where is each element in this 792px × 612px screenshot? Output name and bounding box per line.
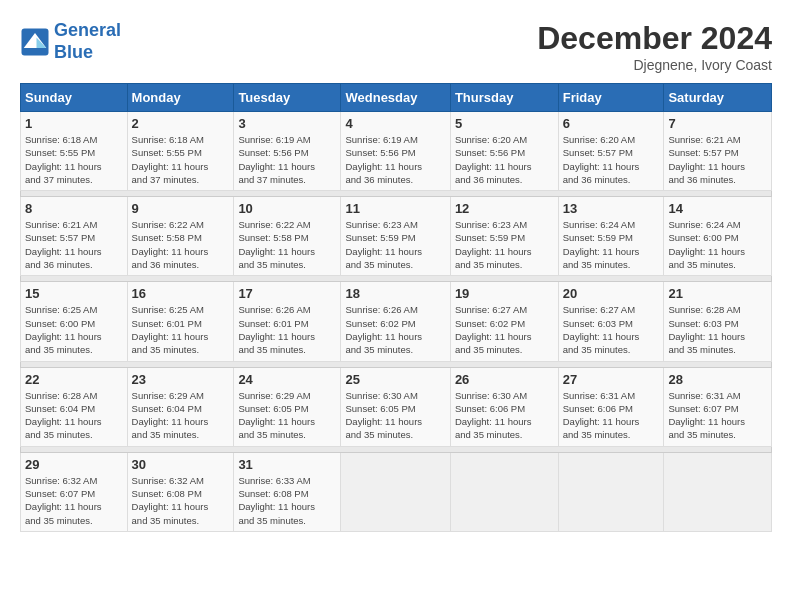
col-header-sunday: Sunday bbox=[21, 84, 128, 112]
calendar-cell bbox=[664, 452, 772, 531]
week-row-2: 8Sunrise: 6:21 AM Sunset: 5:57 PM Daylig… bbox=[21, 197, 772, 276]
col-header-saturday: Saturday bbox=[664, 84, 772, 112]
week-row-1: 1Sunrise: 6:18 AM Sunset: 5:55 PM Daylig… bbox=[21, 112, 772, 191]
day-info: Sunrise: 6:24 AM Sunset: 5:59 PM Dayligh… bbox=[563, 218, 660, 271]
calendar-cell: 13Sunrise: 6:24 AM Sunset: 5:59 PM Dayli… bbox=[558, 197, 664, 276]
calendar-cell: 10Sunrise: 6:22 AM Sunset: 5:58 PM Dayli… bbox=[234, 197, 341, 276]
calendar-cell: 25Sunrise: 6:30 AM Sunset: 6:05 PM Dayli… bbox=[341, 367, 450, 446]
day-number: 6 bbox=[563, 116, 660, 131]
day-number: 21 bbox=[668, 286, 767, 301]
day-info: Sunrise: 6:28 AM Sunset: 6:04 PM Dayligh… bbox=[25, 389, 123, 442]
day-info: Sunrise: 6:29 AM Sunset: 6:04 PM Dayligh… bbox=[132, 389, 230, 442]
day-number: 12 bbox=[455, 201, 554, 216]
day-number: 30 bbox=[132, 457, 230, 472]
day-number: 7 bbox=[668, 116, 767, 131]
day-number: 16 bbox=[132, 286, 230, 301]
day-info: Sunrise: 6:23 AM Sunset: 5:59 PM Dayligh… bbox=[455, 218, 554, 271]
day-info: Sunrise: 6:19 AM Sunset: 5:56 PM Dayligh… bbox=[345, 133, 445, 186]
day-info: Sunrise: 6:29 AM Sunset: 6:05 PM Dayligh… bbox=[238, 389, 336, 442]
calendar-cell: 20Sunrise: 6:27 AM Sunset: 6:03 PM Dayli… bbox=[558, 282, 664, 361]
logo-text-line2: Blue bbox=[54, 42, 121, 64]
day-number: 29 bbox=[25, 457, 123, 472]
col-header-monday: Monday bbox=[127, 84, 234, 112]
day-info: Sunrise: 6:22 AM Sunset: 5:58 PM Dayligh… bbox=[132, 218, 230, 271]
calendar-cell: 31Sunrise: 6:33 AM Sunset: 6:08 PM Dayli… bbox=[234, 452, 341, 531]
day-number: 10 bbox=[238, 201, 336, 216]
header-row: SundayMondayTuesdayWednesdayThursdayFrid… bbox=[21, 84, 772, 112]
day-info: Sunrise: 6:19 AM Sunset: 5:56 PM Dayligh… bbox=[238, 133, 336, 186]
day-info: Sunrise: 6:30 AM Sunset: 6:06 PM Dayligh… bbox=[455, 389, 554, 442]
day-number: 22 bbox=[25, 372, 123, 387]
day-info: Sunrise: 6:26 AM Sunset: 6:01 PM Dayligh… bbox=[238, 303, 336, 356]
calendar-cell: 5Sunrise: 6:20 AM Sunset: 5:56 PM Daylig… bbox=[450, 112, 558, 191]
day-info: Sunrise: 6:31 AM Sunset: 6:07 PM Dayligh… bbox=[668, 389, 767, 442]
calendar-cell: 2Sunrise: 6:18 AM Sunset: 5:55 PM Daylig… bbox=[127, 112, 234, 191]
calendar-cell: 28Sunrise: 6:31 AM Sunset: 6:07 PM Dayli… bbox=[664, 367, 772, 446]
day-info: Sunrise: 6:18 AM Sunset: 5:55 PM Dayligh… bbox=[25, 133, 123, 186]
day-info: Sunrise: 6:20 AM Sunset: 5:57 PM Dayligh… bbox=[563, 133, 660, 186]
col-header-thursday: Thursday bbox=[450, 84, 558, 112]
day-number: 23 bbox=[132, 372, 230, 387]
day-number: 9 bbox=[132, 201, 230, 216]
col-header-friday: Friday bbox=[558, 84, 664, 112]
day-info: Sunrise: 6:25 AM Sunset: 6:01 PM Dayligh… bbox=[132, 303, 230, 356]
week-row-3: 15Sunrise: 6:25 AM Sunset: 6:00 PM Dayli… bbox=[21, 282, 772, 361]
calendar-cell: 9Sunrise: 6:22 AM Sunset: 5:58 PM Daylig… bbox=[127, 197, 234, 276]
calendar-cell: 12Sunrise: 6:23 AM Sunset: 5:59 PM Dayli… bbox=[450, 197, 558, 276]
calendar-cell: 3Sunrise: 6:19 AM Sunset: 5:56 PM Daylig… bbox=[234, 112, 341, 191]
calendar-cell: 29Sunrise: 6:32 AM Sunset: 6:07 PM Dayli… bbox=[21, 452, 128, 531]
day-number: 25 bbox=[345, 372, 445, 387]
calendar-cell: 4Sunrise: 6:19 AM Sunset: 5:56 PM Daylig… bbox=[341, 112, 450, 191]
calendar-cell: 17Sunrise: 6:26 AM Sunset: 6:01 PM Dayli… bbox=[234, 282, 341, 361]
day-info: Sunrise: 6:22 AM Sunset: 5:58 PM Dayligh… bbox=[238, 218, 336, 271]
calendar-cell: 23Sunrise: 6:29 AM Sunset: 6:04 PM Dayli… bbox=[127, 367, 234, 446]
day-number: 28 bbox=[668, 372, 767, 387]
location: Djegnene, Ivory Coast bbox=[537, 57, 772, 73]
day-info: Sunrise: 6:23 AM Sunset: 5:59 PM Dayligh… bbox=[345, 218, 445, 271]
day-number: 14 bbox=[668, 201, 767, 216]
header: General Blue December 2024 Djegnene, Ivo… bbox=[20, 20, 772, 73]
day-info: Sunrise: 6:20 AM Sunset: 5:56 PM Dayligh… bbox=[455, 133, 554, 186]
calendar-cell: 14Sunrise: 6:24 AM Sunset: 6:00 PM Dayli… bbox=[664, 197, 772, 276]
calendar-cell: 19Sunrise: 6:27 AM Sunset: 6:02 PM Dayli… bbox=[450, 282, 558, 361]
calendar-cell: 30Sunrise: 6:32 AM Sunset: 6:08 PM Dayli… bbox=[127, 452, 234, 531]
calendar-cell: 26Sunrise: 6:30 AM Sunset: 6:06 PM Dayli… bbox=[450, 367, 558, 446]
day-number: 13 bbox=[563, 201, 660, 216]
week-row-4: 22Sunrise: 6:28 AM Sunset: 6:04 PM Dayli… bbox=[21, 367, 772, 446]
calendar-cell: 18Sunrise: 6:26 AM Sunset: 6:02 PM Dayli… bbox=[341, 282, 450, 361]
day-info: Sunrise: 6:32 AM Sunset: 6:07 PM Dayligh… bbox=[25, 474, 123, 527]
day-number: 19 bbox=[455, 286, 554, 301]
col-header-tuesday: Tuesday bbox=[234, 84, 341, 112]
day-info: Sunrise: 6:27 AM Sunset: 6:02 PM Dayligh… bbox=[455, 303, 554, 356]
day-number: 27 bbox=[563, 372, 660, 387]
day-number: 8 bbox=[25, 201, 123, 216]
month-year: December 2024 bbox=[537, 20, 772, 57]
day-number: 31 bbox=[238, 457, 336, 472]
day-number: 26 bbox=[455, 372, 554, 387]
day-number: 11 bbox=[345, 201, 445, 216]
day-number: 17 bbox=[238, 286, 336, 301]
day-number: 1 bbox=[25, 116, 123, 131]
logo-icon bbox=[20, 27, 50, 57]
day-info: Sunrise: 6:31 AM Sunset: 6:06 PM Dayligh… bbox=[563, 389, 660, 442]
day-number: 15 bbox=[25, 286, 123, 301]
day-number: 2 bbox=[132, 116, 230, 131]
col-header-wednesday: Wednesday bbox=[341, 84, 450, 112]
calendar-cell: 21Sunrise: 6:28 AM Sunset: 6:03 PM Dayli… bbox=[664, 282, 772, 361]
day-number: 3 bbox=[238, 116, 336, 131]
day-info: Sunrise: 6:25 AM Sunset: 6:00 PM Dayligh… bbox=[25, 303, 123, 356]
calendar-cell: 1Sunrise: 6:18 AM Sunset: 5:55 PM Daylig… bbox=[21, 112, 128, 191]
calendar-cell bbox=[558, 452, 664, 531]
title-area: December 2024 Djegnene, Ivory Coast bbox=[537, 20, 772, 73]
calendar-cell: 15Sunrise: 6:25 AM Sunset: 6:00 PM Dayli… bbox=[21, 282, 128, 361]
calendar-cell: 8Sunrise: 6:21 AM Sunset: 5:57 PM Daylig… bbox=[21, 197, 128, 276]
logo: General Blue bbox=[20, 20, 121, 63]
day-info: Sunrise: 6:24 AM Sunset: 6:00 PM Dayligh… bbox=[668, 218, 767, 271]
day-number: 5 bbox=[455, 116, 554, 131]
day-info: Sunrise: 6:26 AM Sunset: 6:02 PM Dayligh… bbox=[345, 303, 445, 356]
day-info: Sunrise: 6:33 AM Sunset: 6:08 PM Dayligh… bbox=[238, 474, 336, 527]
day-info: Sunrise: 6:21 AM Sunset: 5:57 PM Dayligh… bbox=[668, 133, 767, 186]
calendar-cell: 24Sunrise: 6:29 AM Sunset: 6:05 PM Dayli… bbox=[234, 367, 341, 446]
calendar-cell: 22Sunrise: 6:28 AM Sunset: 6:04 PM Dayli… bbox=[21, 367, 128, 446]
day-info: Sunrise: 6:32 AM Sunset: 6:08 PM Dayligh… bbox=[132, 474, 230, 527]
